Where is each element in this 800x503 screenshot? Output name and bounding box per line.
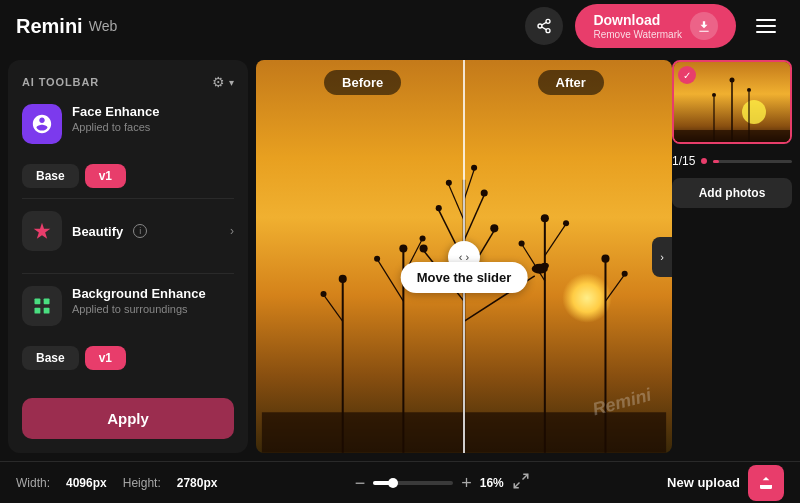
new-upload-text: New upload bbox=[667, 475, 740, 490]
svg-rect-7 bbox=[35, 308, 41, 314]
beautify-tool-left: Beautify i bbox=[22, 211, 147, 251]
main-content: AI TOOLBAR ⚙ ▾ Face Enhance Applied to f… bbox=[0, 52, 800, 461]
svg-point-47 bbox=[742, 100, 766, 124]
image-canvas: Before After ‹ › Move the slider Remini … bbox=[256, 60, 672, 453]
face-enhance-base-btn[interactable]: Base bbox=[22, 164, 79, 188]
svg-rect-8 bbox=[44, 308, 50, 314]
svg-line-39 bbox=[325, 296, 343, 321]
svg-rect-6 bbox=[44, 299, 50, 305]
divider bbox=[22, 273, 234, 274]
svg-line-4 bbox=[542, 22, 547, 25]
image-comparison-area[interactable]: Before After ‹ › Move the slider Remini … bbox=[256, 60, 672, 453]
logo-name: Remini bbox=[16, 15, 83, 38]
photo-panel: ✓ 1/15 Add photos bbox=[672, 60, 792, 453]
height-label: Height: bbox=[123, 476, 161, 490]
menu-icon bbox=[756, 31, 776, 33]
beautify-icon bbox=[22, 211, 62, 251]
svg-line-55 bbox=[522, 474, 527, 479]
expand-panel-button[interactable]: › bbox=[652, 237, 672, 277]
photo-count: 1/15 bbox=[672, 154, 792, 168]
bg-enhance-desc: Applied to surroundings bbox=[72, 303, 234, 315]
settings-button[interactable]: ⚙ ▾ bbox=[212, 74, 234, 90]
download-sublabel: Remove Watermark bbox=[593, 29, 682, 40]
svg-point-33 bbox=[519, 241, 525, 247]
grid-icon bbox=[32, 296, 52, 316]
svg-point-17 bbox=[481, 190, 488, 197]
svg-point-34 bbox=[541, 215, 549, 223]
svg-line-16 bbox=[464, 195, 484, 240]
svg-line-26 bbox=[378, 261, 403, 301]
svg-rect-54 bbox=[674, 130, 790, 142]
svg-line-43 bbox=[605, 276, 623, 301]
height-value: 2780px bbox=[177, 476, 218, 490]
face-enhance-icon bbox=[22, 104, 62, 144]
bg-enhance-name: Background Enhance bbox=[72, 286, 234, 301]
svg-point-21 bbox=[471, 165, 477, 171]
svg-line-35 bbox=[545, 226, 565, 256]
face-icon bbox=[31, 113, 53, 135]
chevron-down-icon: ▾ bbox=[229, 77, 234, 88]
photo-progress-fill bbox=[713, 160, 719, 163]
download-label: Download bbox=[593, 12, 660, 29]
svg-line-56 bbox=[514, 482, 519, 487]
gear-icon: ⚙ bbox=[212, 74, 225, 90]
bg-enhance-base-btn[interactable]: Base bbox=[22, 346, 79, 370]
zoom-in-button[interactable]: + bbox=[461, 474, 472, 492]
face-enhance-desc: Applied to faces bbox=[72, 121, 234, 133]
new-upload-area: New upload bbox=[667, 465, 784, 501]
fullscreen-button[interactable] bbox=[512, 472, 530, 494]
new-upload-button[interactable] bbox=[748, 465, 784, 501]
photo-thumbnail[interactable]: ✓ bbox=[672, 60, 792, 144]
face-enhance-tool: Face Enhance Applied to faces bbox=[22, 104, 234, 144]
bg-enhance-icon bbox=[22, 286, 62, 326]
slider-tooltip: Move the slider bbox=[401, 262, 528, 293]
svg-line-18 bbox=[449, 185, 464, 220]
ai-toolbar: AI TOOLBAR ⚙ ▾ Face Enhance Applied to f… bbox=[8, 60, 248, 453]
svg-point-15 bbox=[436, 205, 442, 211]
divider bbox=[22, 198, 234, 199]
download-icon bbox=[690, 12, 718, 40]
header: Remini Web Download Remove Watermark bbox=[0, 0, 800, 52]
svg-point-11 bbox=[420, 245, 428, 253]
info-icon: i bbox=[133, 224, 147, 238]
bg-enhance-info: Background Enhance Applied to surroundin… bbox=[72, 286, 234, 315]
add-photos-button[interactable]: Add photos bbox=[672, 178, 792, 208]
face-enhance-info: Face Enhance Applied to faces bbox=[72, 104, 234, 133]
svg-point-30 bbox=[399, 245, 407, 253]
photo-count-text: 1/15 bbox=[672, 154, 695, 168]
download-button[interactable]: Download Remove Watermark bbox=[575, 4, 736, 48]
download-btn-text: Download Remove Watermark bbox=[593, 12, 682, 40]
bg-enhance-v1-btn[interactable]: v1 bbox=[85, 346, 126, 370]
face-enhance-versions: Base v1 bbox=[22, 164, 234, 188]
zoom-slider[interactable] bbox=[373, 481, 453, 485]
svg-point-19 bbox=[446, 180, 452, 186]
sparkle-icon bbox=[32, 221, 52, 241]
zoom-out-button[interactable]: − bbox=[355, 474, 366, 492]
toolbar-header: AI TOOLBAR ⚙ ▾ bbox=[22, 74, 234, 90]
menu-button[interactable] bbox=[748, 8, 784, 44]
svg-point-44 bbox=[622, 271, 628, 277]
upload-icon bbox=[758, 475, 774, 491]
svg-point-13 bbox=[490, 225, 498, 233]
svg-point-51 bbox=[712, 93, 716, 97]
zoom-value: 16% bbox=[480, 476, 504, 490]
chevron-right-icon: › bbox=[230, 224, 234, 238]
bottom-bar: Width: 4096px Height: 2780px − + 16% New… bbox=[0, 461, 800, 503]
apply-button[interactable]: Apply bbox=[22, 398, 234, 439]
count-dot bbox=[701, 158, 707, 164]
logo: Remini Web bbox=[16, 15, 117, 38]
zoom-controls: − + 16% bbox=[355, 472, 530, 494]
svg-line-3 bbox=[542, 27, 547, 30]
share-button[interactable] bbox=[525, 7, 563, 45]
menu-icon bbox=[756, 19, 776, 21]
menu-icon bbox=[756, 25, 776, 27]
thumbnail-checkmark: ✓ bbox=[678, 66, 696, 84]
svg-point-36 bbox=[563, 221, 569, 227]
svg-point-53 bbox=[747, 88, 751, 92]
face-enhance-v1-btn[interactable]: v1 bbox=[85, 164, 126, 188]
svg-point-40 bbox=[321, 291, 327, 297]
beautify-tool[interactable]: Beautify i › bbox=[22, 211, 234, 251]
header-actions: Download Remove Watermark bbox=[525, 4, 784, 48]
svg-point-38 bbox=[339, 275, 347, 283]
share-icon bbox=[536, 18, 552, 34]
